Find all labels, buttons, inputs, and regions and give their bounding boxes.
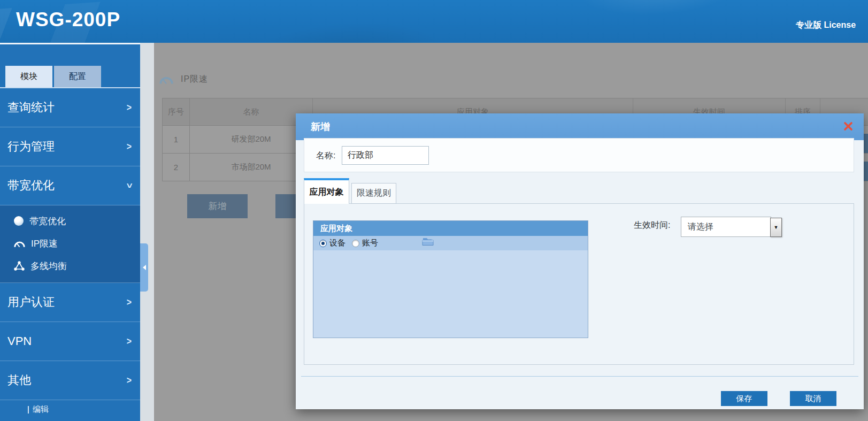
cancel-button[interactable]: 取消 [790, 391, 836, 406]
dialog-tab-speed-rules[interactable]: 限速规则 [351, 183, 396, 204]
chevron-right-icon: > [127, 297, 132, 308]
sidebar-item-query-stats[interactable]: 查询统计 > [0, 88, 140, 127]
dialog-header: 新增 [296, 113, 864, 140]
cell-no: 2 [162, 154, 190, 181]
license-badge: 专业版 License [796, 20, 856, 31]
sidebar-item-bandwidth-opt[interactable]: 带宽优化 > [0, 166, 140, 205]
sidebar-collapse-handle[interactable] [140, 243, 148, 292]
page-title-text: IP限速 [181, 74, 208, 85]
close-icon [843, 121, 853, 131]
edit-icon [28, 406, 29, 414]
chevron-right-icon: > [127, 141, 132, 152]
speedometer-icon [14, 239, 25, 248]
folder-icon[interactable] [422, 237, 434, 248]
chevron-right-icon: > [127, 375, 132, 386]
sidebar-item-vpn[interactable]: VPN > [0, 322, 140, 361]
object-type-row: 设备 账号 [313, 236, 588, 250]
name-field-panel: 名称: [304, 138, 854, 172]
submenu-item-label: 带宽优化 [29, 215, 66, 227]
dialog-footer-divider [301, 376, 858, 377]
sidebar-item-label: VPN [7, 334, 32, 348]
close-button[interactable] [843, 121, 853, 131]
sidebar-item-label: 用户认证 [7, 294, 55, 310]
sidebar-menu: 查询统计 > 行为管理 > 带宽优化 > 带宽优化 [0, 88, 140, 419]
chevron-right-icon: > [127, 102, 132, 113]
apply-object-box-title: 应用对象 [313, 221, 588, 236]
effective-time-value: 请选择 [681, 217, 771, 237]
status-toggle[interactable] [864, 134, 868, 153]
load-balance-icon [14, 261, 25, 271]
effective-time-select[interactable]: 请选择 ▼ [681, 217, 782, 237]
app-logo: WSG-200P [16, 9, 120, 31]
chevron-left-icon [143, 265, 146, 270]
apply-object-box: 应用对象 设备 账号 [313, 220, 588, 338]
status-toggle[interactable] [864, 162, 868, 181]
col-header-no: 序号 [162, 98, 190, 126]
chevron-right-icon: > [127, 336, 132, 347]
sidebar-item-behavior-mgmt[interactable]: 行为管理 > [0, 127, 140, 166]
new-rule-dialog: 新增 名称: 应用对象 限速规则 应用对象 设备 账号 [296, 113, 864, 409]
header-divider [0, 43, 140, 44]
app-window: WSG-200P 专业版 License IP限速 序号 名称 应用对象 生效时… [0, 0, 868, 421]
sidebar-item-label: 其他 [7, 372, 31, 388]
cell-name: 研发部20M [190, 126, 313, 154]
sphere-icon [14, 216, 24, 226]
radio-account-label: 账号 [362, 238, 378, 248]
submenu-item-load-balance[interactable]: 多线均衡 [0, 255, 140, 277]
col-header-name: 名称 [190, 98, 313, 126]
submenu-item-label: IP限速 [31, 238, 58, 250]
tab-config[interactable]: 配置 [54, 66, 101, 87]
chevron-down-icon: > [124, 183, 135, 188]
sidebar-item-label: 查询统计 [7, 99, 55, 116]
sidebar-item-user-auth[interactable]: 用户认证 > [0, 283, 140, 322]
sidebar-item-label: 带宽优化 [7, 178, 55, 194]
submenu-item-label: 多线均衡 [30, 260, 67, 272]
sidebar-tabs: 模块 配置 [5, 66, 101, 87]
effective-time-label: 生效时间: [634, 220, 670, 231]
cell-name: 市场部20M [190, 154, 313, 181]
dialog-tab-apply-object[interactable]: 应用对象 [304, 178, 349, 204]
submenu-item-ip-limit[interactable]: IP限速 [0, 232, 140, 255]
sidebar-edit-link[interactable]: 编辑 [0, 400, 140, 419]
save-button[interactable]: 保存 [721, 391, 767, 406]
radio-device[interactable] [319, 240, 327, 247]
speedometer-icon [159, 74, 173, 85]
sidebar-gutter [140, 43, 154, 421]
radio-device-label: 设备 [329, 238, 345, 248]
page-title: IP限速 [159, 74, 208, 85]
top-header: WSG-200P 专业版 License [0, 0, 868, 43]
submenu-item-bandwidth-opt[interactable]: 带宽优化 [0, 210, 140, 232]
name-input[interactable] [342, 146, 429, 165]
sidebar-edit-label: 编辑 [33, 404, 49, 415]
sidebar-item-other[interactable]: 其他 > [0, 361, 140, 400]
name-label: 名称: [316, 139, 335, 173]
sidebar: 模块 配置 查询统计 > 行为管理 > 带宽优化 > 带宽优化 [0, 44, 140, 421]
dropdown-arrow-icon[interactable]: ▼ [770, 218, 782, 237]
radio-account[interactable] [352, 240, 359, 247]
sidebar-item-label: 行为管理 [7, 139, 55, 155]
add-rule-button[interactable]: 新增 [187, 194, 248, 218]
tab-modules[interactable]: 模块 [5, 66, 52, 87]
bandwidth-submenu: 带宽优化 IP限速 多线均衡 [0, 205, 140, 283]
dialog-title: 新增 [311, 120, 330, 133]
cell-no: 1 [162, 126, 190, 154]
